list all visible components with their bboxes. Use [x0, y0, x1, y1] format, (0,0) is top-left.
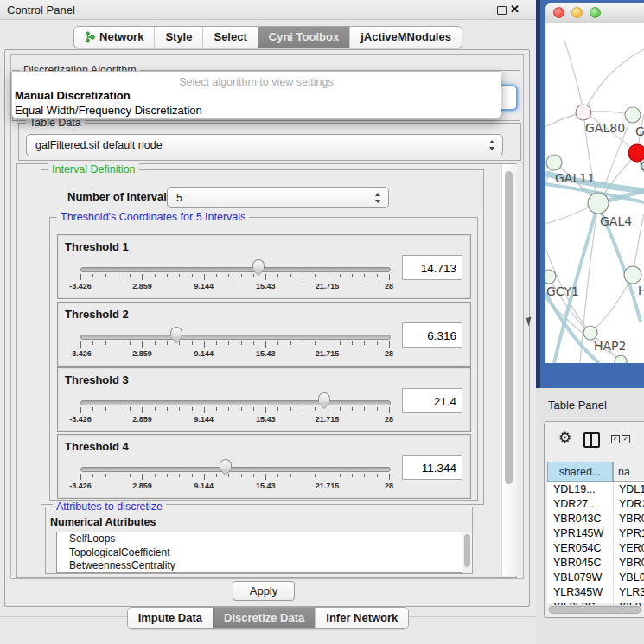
cell-shared-name: YDL19...: [553, 482, 596, 497]
table-row[interactable]: YBR045CYBR0: [547, 556, 644, 571]
minimize-traffic-light[interactable]: [571, 7, 583, 18]
network-node[interactable]: [583, 326, 597, 340]
settings-scrollbar[interactable]: [501, 164, 517, 576]
cell-shared-name: YDR27...: [553, 497, 597, 512]
scrollbar-thumb[interactable]: [549, 606, 641, 614]
cell-shared-name: YER054C: [553, 541, 602, 556]
float-window-icon[interactable]: [497, 6, 507, 15]
apply-button[interactable]: Apply: [233, 581, 295, 601]
threshold-label: Threshold 1: [65, 240, 129, 253]
attributes-list[interactable]: SelfLoopsTopologicalCoefficientBetweenne…: [56, 532, 462, 573]
number-of-intervals-combobox[interactable]: 5: [167, 187, 389, 208]
network-window-titlebar[interactable]: [545, 3, 644, 24]
thresholds-group: Threshold's Coordinates for 5 Intervals …: [49, 217, 478, 501]
table-row[interactable]: YDL19...YDL1: [547, 482, 644, 497]
cell-shared-name: YBL079W: [553, 571, 602, 585]
dropdown-option[interactable]: Equal Width/Frequency Discretization: [15, 104, 202, 118]
tab-impute-data[interactable]: Impute Data: [128, 608, 213, 628]
gear-icon[interactable]: ⚙: [558, 429, 571, 447]
cyni-toolbox-panel: Discretization Algorithm Table Data galF…: [4, 49, 530, 607]
network-node[interactable]: [588, 193, 609, 214]
close-icon[interactable]: ✕: [510, 3, 520, 16]
node-table: ⚙ ✓ ✓ shared... na YDL19...YDL1YDR27...Y…: [544, 421, 644, 618]
slider-thumb[interactable]: [252, 259, 265, 275]
node-label: C: [640, 159, 644, 173]
column-header-shared-name[interactable]: shared...: [547, 462, 613, 482]
threshold-panel: Threshold 1-3.4262.8599.14415.4321.71528…: [57, 234, 471, 299]
network-node[interactable]: [546, 155, 562, 170]
column-divider: [613, 482, 614, 603]
attribute-item[interactable]: TopologicalCoefficient: [57, 546, 462, 560]
network-canvas[interactable]: GAL80G.CGAL11GAL4GCY1HHAP2: [545, 23, 644, 363]
settings-scrollpane: Interval Definition Number of Intervals …: [16, 163, 517, 578]
network-edge: [564, 41, 583, 112]
node-label: GAL11: [555, 171, 595, 185]
slider-thumb[interactable]: [170, 327, 182, 342]
attributes-list-scrollbar[interactable]: [462, 532, 472, 571]
tab-label: Style: [165, 27, 192, 48]
slider-thumb[interactable]: [220, 459, 232, 475]
zoom-traffic-light[interactable]: [590, 7, 601, 18]
network-node[interactable]: [624, 266, 641, 284]
scrollbar-thumb[interactable]: [464, 534, 470, 567]
split-columns-icon[interactable]: [583, 432, 600, 448]
tab-jactivemnodules[interactable]: jActiveMNodules: [349, 27, 462, 48]
attribute-item[interactable]: BetweennessCentrality: [57, 559, 462, 573]
scrollbar-thumb[interactable]: [505, 171, 513, 484]
table-data-group: Table Data galFiltered.sif default node: [18, 123, 521, 161]
threshold-value-field[interactable]: 21.4: [402, 388, 462, 413]
table-hscrollbar[interactable]: [548, 605, 641, 613]
bottom-tabbar: Impute DataDiscretize DataInfer Network: [0, 607, 536, 629]
combo-value: galFiltered.sif default node: [35, 135, 163, 156]
table-row[interactable]: YBR043CYBR0: [547, 512, 644, 526]
network-graph[interactable]: GAL80G.CGAL11GAL4GCY1HHAP2: [545, 23, 644, 363]
attributes-group: Attributes to discretize Numerical Attri…: [45, 507, 473, 574]
spinner-icon: [489, 140, 495, 150]
network-node[interactable]: [576, 105, 591, 120]
numerical-attributes-header: Numerical Attributes: [50, 516, 156, 528]
cell-name: YDL1: [619, 482, 644, 497]
network-node[interactable]: [615, 355, 627, 363]
table-row[interactable]: YPR145WYPR1: [547, 526, 644, 541]
checkbox-icon[interactable]: ✓: [622, 435, 630, 443]
attribute-item[interactable]: SelfLoops: [57, 532, 462, 546]
tab-label: jActiveMNodules: [360, 27, 451, 48]
node-label: HAP2: [594, 339, 626, 353]
tab-label: Select: [214, 27, 246, 48]
group-title: Interval Definition: [48, 163, 139, 175]
tab-cyni-toolbox[interactable]: Cyni Toolbox: [258, 27, 349, 48]
table-row[interactable]: YLR345WYLR3: [547, 585, 644, 600]
table-data-combobox[interactable]: galFiltered.sif default node: [26, 134, 503, 156]
cell-name: YLR3: [619, 585, 644, 600]
cell-shared-name: YBR043C: [553, 512, 602, 526]
column-header-name[interactable]: na: [613, 462, 644, 482]
dropdown-option[interactable]: Manual Discretization: [15, 89, 131, 103]
tab-infer-network[interactable]: Infer Network: [315, 608, 408, 628]
close-traffic-light[interactable]: [553, 7, 564, 18]
table-row[interactable]: YER054CYER0: [547, 541, 644, 556]
network-node[interactable]: [545, 270, 556, 284]
tab-discretize-data[interactable]: Discretize Data: [213, 608, 315, 628]
tab-network[interactable]: Network: [74, 27, 154, 48]
slider-track[interactable]: [80, 267, 391, 272]
slider-track[interactable]: [80, 400, 391, 405]
network-node[interactable]: [625, 107, 641, 123]
slider-track[interactable]: [80, 467, 391, 472]
table-row[interactable]: YDR27...YDR2: [547, 497, 644, 512]
algorithm-dropdown-popup: Select algorithm to view settings Manual…: [11, 71, 501, 119]
tab-select[interactable]: Select: [202, 27, 257, 48]
cell-name: YBR0: [619, 556, 644, 571]
table-row[interactable]: YBL079WYBL0: [547, 571, 644, 585]
network-window: GAL80G.CGAL11GAL4GCY1HHAP2: [545, 3, 644, 363]
threshold-value-field[interactable]: 6.316: [402, 322, 462, 348]
cell-name: YBR0: [619, 512, 644, 526]
threshold-value-field[interactable]: 11.344: [402, 455, 462, 480]
tab-style[interactable]: Style: [154, 27, 202, 48]
threshold-value-field[interactable]: 14.713: [402, 255, 462, 280]
tab-label: Infer Network: [326, 608, 398, 628]
cell-name: YBL0: [619, 571, 644, 585]
slider-track[interactable]: [80, 335, 391, 340]
slider-thumb[interactable]: [318, 392, 330, 408]
threshold-panel: Threshold 4-3.4262.8599.14415.4321.71528…: [57, 434, 471, 499]
checkbox-icon[interactable]: ✓: [611, 435, 620, 443]
